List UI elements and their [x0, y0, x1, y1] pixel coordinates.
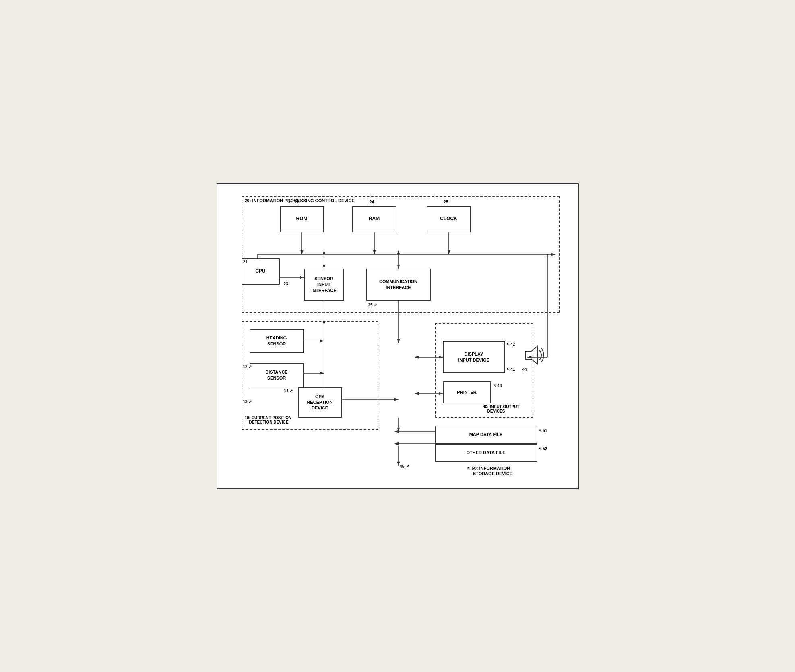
sensor-input-box: SENSORINPUTINTERFACE	[304, 269, 344, 301]
map-data-box: MAP DATA FILE	[435, 426, 537, 444]
gps-box: GPSRECEPTIONDEVICE	[298, 387, 342, 418]
dist-sensor-ref: 13 ↗	[243, 399, 252, 404]
io-devices-label: 40: INPUT-OUTPUT DEVICES	[483, 405, 520, 414]
diagram-container: 20: INFORMATION PROCESSING CONTROL DEVIC…	[217, 183, 579, 489]
rom-ref: 22	[295, 199, 299, 204]
gps-ref: 14 ↗	[284, 389, 293, 393]
speaker-icon	[523, 343, 547, 367]
display-ref: ↖ 42	[506, 342, 515, 347]
info-processing-label: 20: INFORMATION PROCESSING CONTROL DEVIC…	[245, 198, 355, 203]
cpu-ref: 21	[243, 260, 248, 264]
other-data-ref: ↖ 52	[539, 447, 547, 451]
svg-marker-30	[525, 346, 537, 364]
input-ref: ↖ 41	[506, 367, 515, 372]
ref-45: 45 ↗	[400, 464, 409, 469]
dist-ref: 12 ↗	[243, 364, 252, 369]
comm-interface-box: COMMUNICATIONINTERFACE	[366, 269, 431, 301]
speaker-ref: 44	[522, 367, 527, 372]
clock-ref: 28	[444, 199, 448, 204]
ram-box: RAM	[352, 206, 396, 232]
distance-sensor-box: DISTANCESENSOR	[250, 363, 304, 387]
ram-ref: 24	[370, 199, 374, 204]
rom-ref-arrow: ↙	[288, 199, 291, 205]
printer-ref: ↖ 43	[493, 383, 502, 388]
info-storage-label: ↖ 50: INFORMATION STORAGE DEVICE	[467, 466, 513, 476]
rom-box: ROM	[280, 206, 324, 232]
display-input-box: DISPLAYINPUT DEVICE	[443, 341, 505, 373]
other-data-box: OTHER DATA FILE	[435, 444, 537, 462]
sensor-ref: 23	[284, 282, 288, 286]
heading-sensor-box: HEADINGSENSOR	[250, 329, 304, 353]
map-data-ref: ↖ 51	[539, 428, 547, 433]
printer-box: PRINTER	[443, 381, 491, 403]
current-pos-label: 10: CURRENT POSITION DETECTION DEVICE	[245, 416, 292, 424]
comm-ref: 25 ↗	[368, 303, 377, 307]
clock-box: CLOCK	[427, 206, 471, 232]
